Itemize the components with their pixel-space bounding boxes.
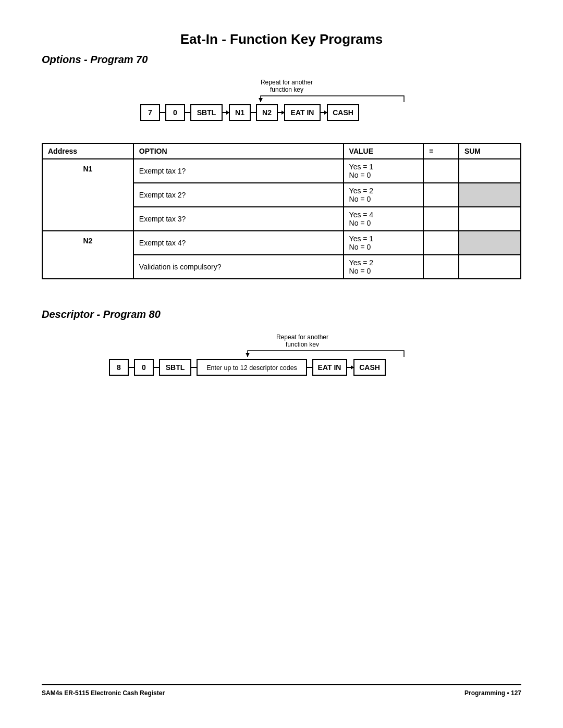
option-exempt-tax3: Exempt tax 3? (133, 207, 344, 231)
svg-text:N1: N1 (235, 108, 244, 117)
option-validation: Validation is compulsory? (133, 255, 344, 279)
svg-text:N2: N2 (262, 108, 272, 117)
address-n2: N2 (42, 231, 133, 279)
section-options: Options - Program 70 Repeat for another … (42, 54, 521, 298)
value-exempt-tax1: Yes = 1No = 0 (344, 159, 424, 183)
diagram2: Repeat for another function kev 8 0 SBTL (42, 331, 521, 383)
svg-text:8: 8 (117, 363, 121, 372)
sum-1 (459, 159, 521, 183)
option-exempt-tax4: Exempt tax 4? (133, 231, 344, 255)
option-exempt-tax1: Exempt tax 1? (133, 159, 344, 183)
diagram2-svg: Repeat for another function kev 8 0 SBTL (94, 331, 469, 383)
value-validation: Yes = 2No = 0 (344, 255, 424, 279)
option-exempt-tax2: Exempt tax 2? (133, 183, 344, 207)
svg-text:0: 0 (173, 108, 177, 117)
svg-text:CASH: CASH (333, 108, 353, 117)
footer-left: SAM4s ER-5115 Electronic Cash Register (42, 689, 165, 697)
sum-2-shaded (459, 183, 521, 207)
svg-text:function key: function key (270, 86, 303, 93)
col-header-address: Address (42, 143, 133, 159)
svg-text:SBTL: SBTL (166, 363, 185, 372)
svg-text:Enter up to 12 descriptor code: Enter up to 12 descriptor codes (206, 364, 297, 372)
svg-marker-28 (246, 353, 250, 357)
section1-title: Options - Program 70 (42, 54, 521, 66)
col-header-option: OPTION (133, 143, 344, 159)
address-n1: N1 (42, 159, 133, 231)
col-header-equals: = (423, 143, 459, 159)
value-exempt-tax3: Yes = 4No = 0 (344, 207, 424, 231)
svg-text:7: 7 (148, 108, 152, 117)
page: Eat-In - Function Key Programs Options -… (0, 0, 563, 728)
footer-right: Programming • 127 (464, 689, 521, 697)
equals-3 (423, 207, 459, 231)
section-descriptor: Descriptor - Program 80 Repeat for anoth… (42, 309, 521, 398)
footer: SAM4s ER-5115 Electronic Cash Register P… (42, 684, 521, 697)
table-row: N2 Exempt tax 4? Yes = 1No = 0 (42, 231, 521, 255)
diagram1-svg: Repeat for another function key 7 0 (120, 76, 443, 128)
section2-title: Descriptor - Program 80 (42, 309, 521, 320)
svg-text:function kev: function kev (286, 341, 319, 348)
svg-text:SBTL: SBTL (197, 108, 216, 117)
svg-text:Repeat for another: Repeat for another (276, 334, 328, 341)
svg-text:EAT IN: EAT IN (291, 108, 314, 117)
svg-marker-2 (259, 98, 263, 102)
diagram1: Repeat for another function key 7 0 (42, 76, 521, 128)
svg-text:0: 0 (142, 363, 146, 372)
main-title: Eat-In - Function Key Programs (42, 31, 521, 47)
sum-4-shaded (459, 231, 521, 255)
equals-1 (423, 159, 459, 183)
value-exempt-tax2: Yes = 2No = 0 (344, 183, 424, 207)
col-header-value: VALUE (344, 143, 424, 159)
equals-2 (423, 183, 459, 207)
equals-5 (423, 255, 459, 279)
sum-5 (459, 255, 521, 279)
options-table: Address OPTION VALUE = SUM N1 Exempt tax… (42, 143, 521, 279)
table-row: N1 Exempt tax 1? Yes = 1No = 0 (42, 159, 521, 183)
col-header-sum: SUM (459, 143, 521, 159)
svg-text:Repeat for another: Repeat for another (261, 79, 313, 86)
equals-4 (423, 231, 459, 255)
svg-text:EAT IN: EAT IN (318, 363, 341, 372)
svg-text:CASH: CASH (359, 363, 380, 372)
sum-3 (459, 207, 521, 231)
value-exempt-tax4: Yes = 1No = 0 (344, 231, 424, 255)
